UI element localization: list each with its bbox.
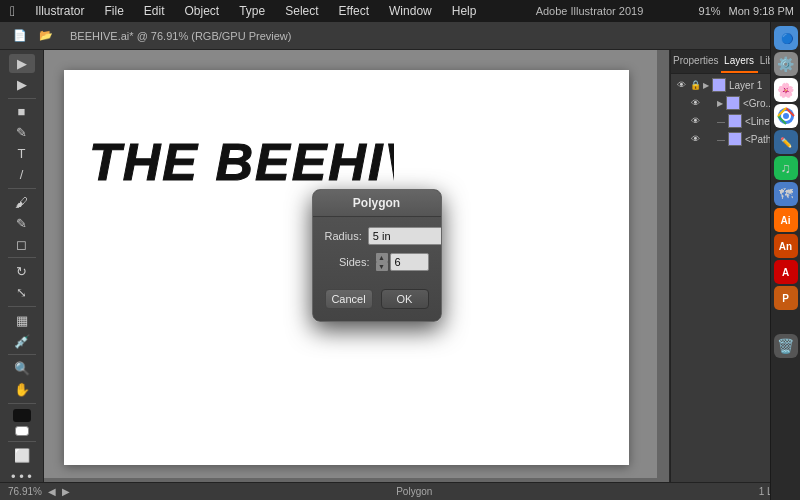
dialog-overlay: Polygon Radius: Sides: ▲ ▼ Cancel OK	[44, 50, 669, 490]
menu-help[interactable]: Help	[448, 4, 481, 18]
pen-tool[interactable]: ✎	[9, 123, 35, 142]
battery-indicator: 91%	[699, 5, 721, 17]
dock-acrobat-icon[interactable]: A	[774, 260, 798, 284]
tool-separator-7	[8, 441, 36, 442]
menu-illustrator[interactable]: Illustrator	[31, 4, 88, 18]
dock-chrome-icon[interactable]	[774, 104, 798, 128]
tool-separator-1	[8, 98, 36, 99]
tool-separator-3	[8, 257, 36, 258]
open-btn[interactable]: 📂	[34, 27, 58, 44]
expand-icon[interactable]: —	[717, 117, 725, 126]
dock-animate-icon[interactable]: An	[774, 234, 798, 258]
direct-selection-tool[interactable]: ▶	[9, 75, 35, 94]
expand-icon[interactable]: ▶	[717, 99, 723, 108]
radius-label: Radius:	[325, 230, 362, 242]
menu-effect[interactable]: Effect	[335, 4, 373, 18]
dock-trash-icon[interactable]: 🗑️	[774, 334, 798, 358]
cancel-button[interactable]: Cancel	[325, 289, 373, 309]
layer-color-swatch	[728, 114, 742, 128]
tool-separator-4	[8, 306, 36, 307]
tool-separator-6	[8, 403, 36, 404]
sides-input[interactable]	[390, 253, 429, 271]
stroke-color[interactable]	[15, 426, 29, 437]
radius-input[interactable]	[368, 227, 442, 245]
zoom-level: 76.91%	[8, 486, 42, 497]
tab-properties[interactable]: Properties	[671, 50, 721, 73]
type-tool[interactable]: T	[9, 144, 35, 163]
tool-separator-2	[8, 188, 36, 189]
dock: 🔵 ⚙️ 🌸 ✏️ ♫ 🗺 Ai An A P 🗑️	[770, 22, 800, 500]
zoom-tool[interactable]: 🔍	[9, 359, 35, 378]
tools-panel: ▶ ▶ ■ ✎ T / 🖌 ✎ ◻ ↻ ⤡ ▦ 💉 🔍 ✋ ⬜ • • •	[0, 50, 44, 490]
menu-select[interactable]: Select	[281, 4, 322, 18]
selection-tool[interactable]: ▶	[9, 54, 35, 73]
shape-tool[interactable]: ■	[9, 103, 35, 122]
dock-illustrator-icon[interactable]: Ai	[774, 208, 798, 232]
hand-tool[interactable]: ✋	[9, 380, 35, 399]
pencil-tool[interactable]: ✎	[9, 214, 35, 233]
layer-color-swatch	[726, 96, 740, 110]
polygon-dialog: Polygon Radius: Sides: ▲ ▼ Cancel OK	[312, 189, 442, 322]
expand-icon[interactable]: ▶	[703, 81, 709, 90]
paintbrush-tool[interactable]: 🖌	[9, 193, 35, 212]
dock-finder-icon[interactable]: 🔵	[774, 26, 798, 50]
dock-powerpoint-icon[interactable]: P	[774, 286, 798, 310]
menu-object[interactable]: Object	[181, 4, 224, 18]
tool-separator-5	[8, 354, 36, 355]
menu-file[interactable]: File	[100, 4, 127, 18]
eraser-tool[interactable]: ◻	[9, 235, 35, 254]
dialog-title: Polygon	[313, 190, 441, 217]
sides-decrement-btn[interactable]: ▼	[376, 262, 388, 271]
apple-menu[interactable]: 	[6, 3, 19, 19]
menu-window[interactable]: Window	[385, 4, 436, 18]
scale-tool[interactable]: ⤡	[9, 283, 35, 302]
app-name-center: Adobe Illustrator 2019	[536, 5, 644, 17]
dock-spotify-icon[interactable]: ♫	[774, 156, 798, 180]
new-doc-btn[interactable]: 📄	[8, 27, 32, 44]
ok-button[interactable]: OK	[381, 289, 429, 309]
visibility-icon[interactable]: 👁	[689, 115, 701, 127]
layer-color-swatch	[712, 78, 726, 92]
visibility-icon[interactable]: 👁	[675, 79, 687, 91]
svg-text:🔵: 🔵	[781, 32, 794, 45]
dock-systemprefs-icon[interactable]: ⚙️	[774, 52, 798, 76]
svg-point-4	[783, 113, 789, 119]
layer-color-swatch	[728, 132, 742, 146]
top-toolbar: 📄 📂 BEEHIVE.ai* @ 76.91% (RGB/GPU Previe…	[0, 22, 800, 50]
dock-photos-icon[interactable]: 🌸	[774, 78, 798, 102]
rotate-tool[interactable]: ↻	[9, 262, 35, 281]
artboard-tool[interactable]: ⬜	[9, 446, 35, 465]
sides-label: Sides:	[325, 256, 370, 268]
fill-color[interactable]	[13, 409, 31, 422]
sides-spinner[interactable]: ▲ ▼	[376, 253, 388, 271]
eyedropper-tool[interactable]: 💉	[9, 332, 35, 351]
clock: Mon 9:18 PM	[729, 5, 794, 17]
menu-edit[interactable]: Edit	[140, 4, 169, 18]
dock-pencil-icon[interactable]: ✏️	[774, 130, 798, 154]
visibility-icon[interactable]: 👁	[689, 97, 701, 109]
line-tool[interactable]: /	[9, 165, 35, 184]
tab-layers[interactable]: Layers	[721, 50, 758, 73]
gradient-tool[interactable]: ▦	[9, 311, 35, 330]
expand-icon[interactable]: —	[717, 135, 725, 144]
visibility-icon[interactable]: 👁	[689, 133, 701, 145]
sides-increment-btn[interactable]: ▲	[376, 253, 388, 262]
lock-icon[interactable]: 🔒	[690, 80, 700, 90]
dock-maps-icon[interactable]: 🗺	[774, 182, 798, 206]
document-title: BEEHIVE.ai* @ 76.91% (RGB/GPU Preview)	[70, 30, 291, 42]
menu-type[interactable]: Type	[235, 4, 269, 18]
menu-bar:  Illustrator File Edit Object Type Sele…	[0, 0, 800, 22]
